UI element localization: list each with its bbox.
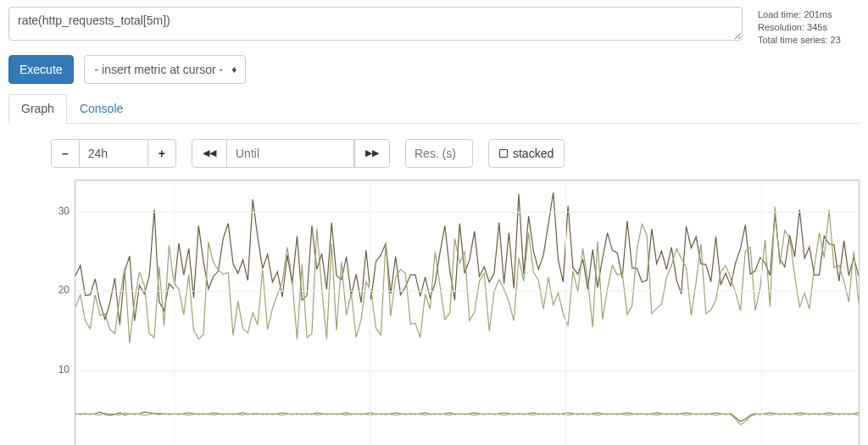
until-input[interactable] xyxy=(227,139,354,168)
chart-series-mid-b xyxy=(75,413,859,425)
stat-total-series: Total time series: 23 xyxy=(758,34,860,47)
stacked-label: stacked xyxy=(513,147,554,160)
stacked-toggle-button[interactable]: stacked xyxy=(488,139,565,168)
stat-load-time: Load time: 201ms xyxy=(758,8,860,21)
range-group: – 24h + xyxy=(51,139,176,168)
query-input[interactable]: rate(http_requests_total[5m]) xyxy=(8,7,743,41)
chart-series-upper-b xyxy=(75,206,859,342)
time-back-button[interactable]: ◀◀ xyxy=(192,139,227,168)
resolution-input[interactable] xyxy=(405,139,473,168)
range-display[interactable]: 24h xyxy=(80,139,147,168)
metric-dropdown[interactable]: - insert metric at cursor - ♦ xyxy=(84,55,247,84)
range-decrease-button[interactable]: – xyxy=(51,139,80,168)
time-forward-button[interactable]: ▶▶ xyxy=(354,139,390,168)
square-icon xyxy=(499,149,508,158)
chart-series-mid-a xyxy=(75,412,859,421)
chart-y-axis: 0102030 xyxy=(51,180,75,445)
y-tick-label: 20 xyxy=(58,284,70,296)
chart-plot[interactable] xyxy=(75,180,860,445)
query-stats: Load time: 201ms Resolution: 345s Total … xyxy=(758,7,860,47)
execute-button[interactable]: Execute xyxy=(8,55,74,84)
tab-console[interactable]: Console xyxy=(67,94,136,124)
range-increase-button[interactable]: + xyxy=(147,139,176,168)
time-group: ◀◀ ▶▶ xyxy=(192,139,390,168)
y-tick-label: 10 xyxy=(58,364,70,375)
metric-dropdown-label: - insert metric at cursor - xyxy=(95,63,224,76)
y-tick-label: 30 xyxy=(58,205,70,217)
stat-resolution: Resolution: 345s xyxy=(758,21,860,34)
tab-graph[interactable]: Graph xyxy=(8,94,67,124)
caret-icon: ♦ xyxy=(231,64,236,75)
